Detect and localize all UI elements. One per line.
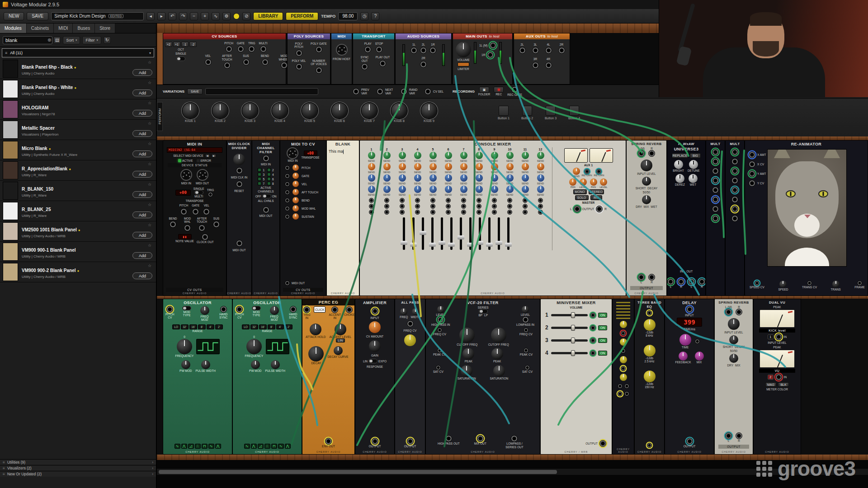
volume-knob[interactable]: [456, 42, 471, 57]
transpose-display[interactable]: +00: [175, 190, 191, 196]
search-input[interactable]: [3, 36, 52, 44]
volume-slider[interactable]: [551, 314, 588, 316]
audio-jack[interactable]: [429, 47, 436, 54]
sort-dropdown[interactable]: Sort: [63, 36, 80, 44]
channel-jack[interactable]: [476, 204, 481, 209]
group-header-all[interactable]: All (11): [2, 48, 154, 57]
channel-fader[interactable]: [403, 217, 405, 250]
pulse-width-knob[interactable]: [201, 360, 210, 369]
channel-in-jack[interactable]: [590, 351, 595, 356]
cv-jack[interactable]: [285, 182, 290, 187]
speed-knob[interactable]: [779, 281, 787, 288]
send-knob[interactable]: [445, 174, 452, 182]
metronome-icon[interactable]: ◷: [360, 12, 368, 20]
mult-jack[interactable]: [712, 187, 719, 193]
perform-knob[interactable]: [183, 103, 198, 118]
channel-fader[interactable]: [450, 217, 453, 250]
mult-jack[interactable]: [731, 168, 738, 174]
mult-jack[interactable]: [731, 196, 738, 203]
cv-trim-knob[interactable]: [292, 173, 299, 179]
module-list-item[interactable]: R_BLANK_25 Utility | R_Ware Add: [0, 201, 156, 221]
y-cv-jack[interactable]: [749, 180, 755, 187]
send-knob[interactable]: [460, 163, 467, 170]
channel-jack[interactable]: [400, 198, 405, 203]
click-button[interactable]: CLICK: [314, 306, 326, 313]
reverb-in-r-jack[interactable]: [648, 150, 655, 157]
y-amt-jack[interactable]: [749, 170, 755, 177]
note-value-display[interactable]: ▮▮: [178, 234, 192, 239]
add-module-button[interactable]: Add: [132, 150, 152, 157]
cv-trim-knob[interactable]: [292, 213, 299, 220]
amp-output-jack[interactable]: [372, 438, 378, 445]
settings-gear-icon[interactable]: ⚙: [222, 12, 231, 20]
aux-jack[interactable]: [532, 62, 539, 69]
range-button[interactable]: 2': [285, 324, 292, 329]
utility-jack[interactable]: [621, 348, 626, 353]
gain-knob[interactable]: [369, 340, 381, 352]
send-knob[interactable]: [445, 163, 452, 170]
cv-jack[interactable]: [226, 46, 232, 52]
view-mode-icon[interactable]: ▤: [53, 37, 61, 44]
mixer-output-jack[interactable]: [599, 440, 606, 447]
universe-out-r[interactable]: [698, 278, 705, 285]
filter-dropdown[interactable]: Filter: [82, 36, 101, 44]
reverb-out-l-jack[interactable]: [725, 432, 732, 439]
mult-jack[interactable]: [712, 149, 719, 155]
channel-jack[interactable]: [523, 198, 528, 203]
channel-toggle[interactable]: 6: [267, 177, 274, 181]
mag-button[interactable]: MAG: [765, 382, 776, 387]
cv-amount-knob[interactable]: [369, 321, 381, 333]
cv-jack[interactable]: [285, 206, 290, 211]
perform-button[interactable]: PERFORM: [286, 12, 318, 20]
variation-nav-jack[interactable]: [401, 88, 407, 95]
waveform-select-button[interactable]: ⋀: [215, 444, 221, 449]
module-list-item[interactable]: HOLOGRAM Visualizers | Nrgzr78 Add: [0, 99, 156, 120]
transport-jack[interactable]: [376, 46, 382, 53]
add-module-button[interactable]: Add: [132, 211, 152, 218]
channel-jack[interactable]: [430, 198, 435, 203]
freq-knob[interactable]: [400, 308, 407, 315]
frequency-knob[interactable]: [177, 339, 192, 354]
channel-jack[interactable]: [461, 210, 466, 215]
mult-jack[interactable]: [712, 196, 719, 203]
cv-jack[interactable]: [243, 59, 250, 66]
big-button[interactable]: BIG: [690, 153, 701, 158]
channel-fader[interactable]: [488, 217, 491, 250]
channel-fader[interactable]: [479, 217, 481, 250]
input-level-knob[interactable]: [641, 160, 652, 171]
send-knob[interactable]: [491, 152, 498, 159]
add-module-button[interactable]: Add: [132, 171, 152, 178]
waveform-select-button[interactable]: ⋀: [251, 444, 257, 449]
cv-out-jack[interactable]: [180, 208, 187, 215]
recording-folder-button[interactable]: ▣: [479, 87, 489, 93]
choke-jack[interactable]: [346, 306, 353, 313]
add-module-button[interactable]: Add: [132, 110, 152, 117]
reverb-out-r-jack[interactable]: [648, 274, 655, 281]
sidebar-tab[interactable]: MIDI: [54, 23, 73, 33]
sat-cv-jack[interactable]: [525, 365, 530, 370]
aux-send-knob[interactable]: [573, 168, 580, 175]
channel-fader[interactable]: [498, 217, 500, 250]
midi-in-jack[interactable]: [263, 155, 269, 162]
aux-jack[interactable]: [532, 47, 539, 54]
channel-jack[interactable]: [369, 198, 374, 203]
stereo-button[interactable]: STEREO: [589, 189, 604, 194]
perform-button-pad[interactable]: [499, 106, 509, 116]
channel-on-button[interactable]: ON: [598, 338, 607, 343]
module-list-item[interactable]: VM2500 1001 Blank Panel● Utility | Cherr…: [0, 221, 156, 242]
width-knob[interactable]: [412, 308, 419, 315]
aux-jack[interactable]: [558, 47, 565, 54]
channel-jack[interactable]: [492, 204, 497, 209]
mult-jack[interactable]: [712, 206, 719, 212]
midi-in-din[interactable]: [287, 147, 298, 159]
allpass-output-jack[interactable]: [407, 438, 414, 445]
module-list-item[interactable]: Blank Panel 6hp - White● Utility | Cherr…: [0, 79, 156, 99]
attack-hold-knob[interactable]: [310, 324, 321, 335]
device-next-button[interactable]: ▸: [212, 154, 216, 158]
send-knob[interactable]: [429, 174, 437, 182]
zoom-in-icon[interactable]: +: [201, 12, 209, 20]
trig-in-jack[interactable]: [303, 306, 310, 313]
audio-jack[interactable]: [410, 47, 417, 54]
send-knob[interactable]: [414, 174, 421, 182]
favorite-star-icon[interactable]: [148, 182, 151, 187]
